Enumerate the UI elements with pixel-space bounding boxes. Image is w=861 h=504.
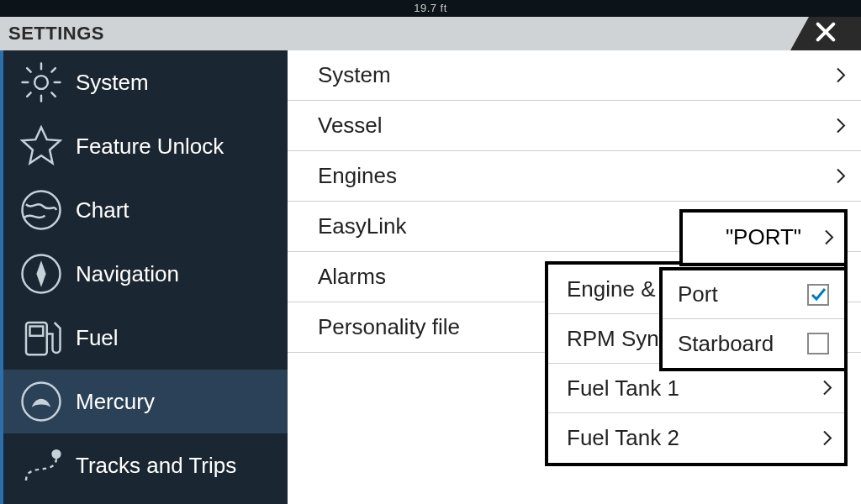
row-vessel[interactable]: Vessel (288, 101, 861, 151)
row-label: Engine & (567, 276, 656, 302)
sidebar-item-navigation[interactable]: Navigation (3, 242, 288, 306)
row-label: Fuel Tank 2 (567, 425, 679, 451)
close-button[interactable] (790, 17, 861, 50)
option-starboard[interactable]: Starboard (663, 319, 844, 368)
svg-point-0 (34, 76, 48, 89)
side-select-popup: Port Starboard (659, 267, 848, 371)
row-label: RPM Syn (567, 326, 659, 352)
compass-icon (18, 251, 64, 297)
gear-icon (18, 60, 64, 105)
option-label: Port (678, 281, 718, 307)
row-label: Vessel (318, 113, 383, 139)
sidebar-item-label: Feature Unlock (76, 134, 224, 160)
sidebar-item-feature-unlock[interactable]: Feature Unlock (3, 114, 288, 178)
row-label: Alarms (318, 264, 386, 290)
fuel-pump-icon (18, 315, 64, 360)
sidebar-item-label: Navigation (76, 261, 179, 287)
port-header-row: "PORT" (683, 213, 844, 263)
row-engines[interactable]: Engines (288, 151, 861, 202)
row-system[interactable]: System (288, 50, 861, 101)
checkbox-checked-icon (807, 284, 829, 306)
svg-point-6 (51, 449, 61, 459)
chevron-right-icon (837, 62, 846, 88)
mercury-logo-icon (18, 379, 64, 424)
row-label: Fuel Tank 1 (567, 375, 679, 402)
settings-sidebar: System Feature Unlock Chart Navigation F (0, 50, 288, 504)
chevron-right-icon (837, 163, 846, 189)
row-label: System (318, 62, 391, 88)
sidebar-item-chart[interactable]: Chart (3, 178, 288, 242)
star-icon (18, 123, 64, 169)
sidebar-item-label: System (76, 70, 149, 96)
depth-readout: 19.7 ft (414, 2, 447, 14)
row-label: "PORT" (726, 224, 801, 250)
checkbox-unchecked-icon (807, 333, 829, 354)
close-icon (814, 20, 837, 47)
route-icon (18, 443, 64, 488)
row-label: EasyLink (318, 213, 407, 239)
svg-point-1 (23, 192, 61, 229)
status-bar: 19.7 ft (0, 0, 861, 17)
sidebar-item-system[interactable]: System (3, 50, 288, 114)
globe-icon (18, 187, 64, 233)
chevron-right-icon (837, 113, 846, 139)
page-title: SETTINGS (0, 23, 104, 45)
row-label: Engines (318, 163, 397, 189)
sidebar-item-label: Fuel (76, 325, 119, 351)
chevron-right-icon (823, 425, 832, 451)
svg-rect-4 (30, 327, 44, 336)
port-header-popup[interactable]: "PORT" (679, 209, 848, 266)
row-label: Personality file (318, 314, 460, 340)
sidebar-item-label: Chart (76, 197, 129, 223)
sidebar-item-label: Tracks and Trips (76, 453, 236, 479)
option-label: Starboard (678, 331, 774, 357)
settings-header: SETTINGS (0, 17, 861, 50)
sidebar-item-mercury[interactable]: Mercury (3, 370, 288, 433)
sidebar-item-label: Mercury (76, 389, 155, 415)
chevron-right-icon (825, 224, 834, 250)
sidebar-item-tracks-and-trips[interactable]: Tracks and Trips (3, 433, 288, 497)
submenu-row-fuel-tank-2[interactable]: Fuel Tank 2 (548, 413, 844, 463)
settings-detail-panel: System Vessel Engines EasyLink Alarms Pe… (288, 50, 861, 504)
chevron-right-icon (823, 375, 832, 402)
sidebar-item-fuel[interactable]: Fuel (3, 306, 288, 370)
option-port[interactable]: Port (663, 270, 844, 319)
